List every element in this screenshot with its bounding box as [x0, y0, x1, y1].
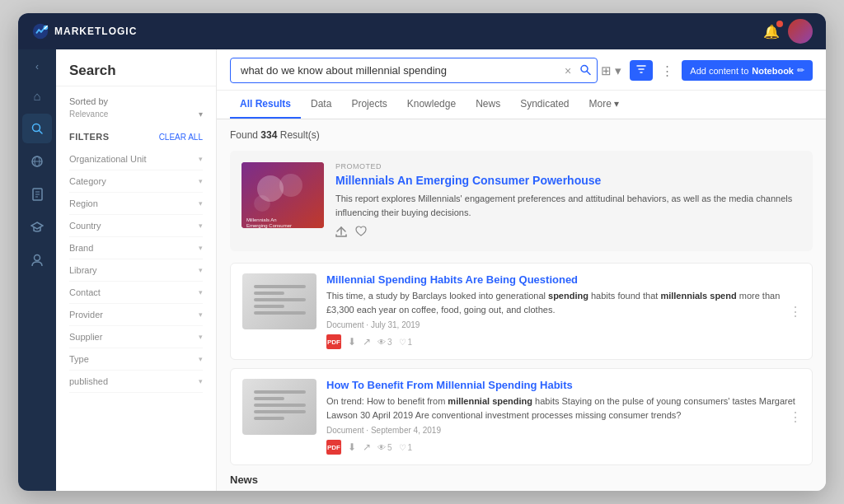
left-panel: Search Sorted by Relevance ▾ Filters CLE… — [56, 49, 217, 491]
search-input[interactable] — [230, 58, 598, 83]
view-toggle-button[interactable]: ⊞ ▾ — [598, 60, 625, 82]
add-notebook-button[interactable]: Add content to Notebook ✏ — [682, 60, 813, 81]
promoted-content: PROMOTED Millennials An Emerging Consume… — [335, 162, 801, 240]
result-footer-2: PDF ⬇ ↗ 👁5 ♡1 — [326, 440, 800, 455]
tab-syndicated[interactable]: Syndicated — [510, 91, 579, 119]
filter-org-unit: Organizational Unit ▾ — [69, 148, 203, 170]
result-meta-2: Document · September 4, 2019 — [326, 426, 800, 435]
news-section-label: News — [230, 474, 813, 486]
top-navigation: MARKETLOGIC 🔔 — [18, 13, 826, 49]
filter-library: Library ▾ — [69, 259, 203, 282]
sort-value: Relevance — [69, 110, 108, 119]
result-thumbnail-1 — [242, 273, 316, 329]
search-bar-wrap: × — [230, 58, 598, 83]
promoted-description: This report explores Millennials' engage… — [335, 192, 801, 219]
filter-country: Country ▾ — [69, 215, 203, 237]
share-button-1[interactable]: ↗ — [363, 336, 371, 348]
share-button-2[interactable]: ↗ — [363, 441, 371, 453]
promoted-title[interactable]: Millennials An Emerging Consumer Powerho… — [335, 174, 801, 187]
sidebar-item-home[interactable]: ⌂ — [22, 81, 52, 110]
logo-text: MARKETLOGIC — [54, 26, 137, 37]
share-button[interactable] — [335, 226, 347, 240]
chevron-down-icon: ▾ — [199, 199, 203, 208]
tab-projects[interactable]: Projects — [341, 91, 396, 119]
sidebar-item-docs[interactable] — [22, 180, 52, 209]
promoted-badge: PROMOTED — [335, 162, 801, 170]
result-content-2: How To Benefit From Millennial Spending … — [326, 379, 800, 455]
more-options-button-2[interactable]: ⋮ — [789, 409, 802, 425]
result-content-1: Millennial Spending Habits Are Being Que… — [326, 273, 800, 349]
chevron-down-icon: ▾ — [199, 155, 203, 163]
more-options-button[interactable]: ⋮ — [658, 60, 677, 82]
chevron-down-icon: ▾ — [199, 244, 203, 252]
filter-provider: Provider ▾ — [69, 304, 203, 326]
like-count-2: ♡1 — [399, 443, 413, 452]
results-count: Found 334 Result(s) — [230, 129, 813, 141]
chevron-down-icon: ▾ — [199, 288, 203, 296]
filter-button[interactable] — [630, 60, 653, 81]
more-options-button-1[interactable]: ⋮ — [789, 304, 802, 320]
pdf-icon-1: PDF — [326, 334, 341, 349]
svg-text:Emerging Consumer: Emerging Consumer — [246, 223, 292, 228]
chevron-down-icon: ▾ — [199, 355, 203, 363]
sidebar-icon-nav: ‹ ⌂ — [18, 49, 56, 491]
svg-point-17 — [279, 174, 302, 197]
result-card-2: How To Benefit From Millennial Spending … — [230, 368, 813, 465]
tab-news[interactable]: News — [466, 91, 510, 119]
chevron-down-icon: ▾ — [199, 177, 203, 185]
search-clear-button[interactable]: × — [565, 64, 571, 77]
search-input-container: × — [230, 58, 598, 83]
sidebar-item-search[interactable] — [22, 114, 52, 143]
result-description-1: This time, a study by Barclays looked in… — [326, 289, 800, 316]
search-submit-button[interactable] — [579, 63, 591, 77]
result-footer-1: PDF ⬇ ↗ 👁3 ♡1 — [326, 334, 800, 349]
result-title-1[interactable]: Millennial Spending Habits Are Being Que… — [326, 273, 800, 286]
sidebar-item-person[interactable] — [22, 245, 52, 275]
chevron-down-icon: ▾ — [199, 266, 203, 274]
pencil-icon: ✏ — [797, 65, 804, 76]
download-button-1[interactable]: ⬇ — [348, 336, 356, 348]
clear-all-button[interactable]: CLEAR ALL — [159, 133, 203, 142]
result-meta-1: Document · July 31, 2019 — [326, 320, 800, 329]
tab-all-results[interactable]: All Results — [230, 91, 301, 119]
filters-title: Filters — [69, 132, 110, 142]
notification-button[interactable]: 🔔 — [763, 24, 780, 40]
add-content-label: Add content to — [690, 66, 748, 76]
user-avatar[interactable] — [788, 19, 813, 44]
notebook-label: Notebook — [752, 66, 794, 76]
like-button[interactable] — [355, 226, 367, 240]
topnav-actions: 🔔 — [763, 19, 813, 44]
sidebar-item-globe[interactable] — [22, 147, 52, 176]
result-card-1: Millennial Spending Habits Are Being Que… — [230, 263, 813, 360]
filter-type: Type ▾ — [69, 348, 203, 371]
found-suffix: Result(s) — [277, 129, 319, 141]
sorted-by-label: Sorted by — [69, 96, 203, 106]
panel-title: Search — [56, 49, 216, 86]
tabs-bar: All Results Data Projects Knowledge News… — [217, 91, 826, 119]
pdf-icon-2: PDF — [326, 440, 341, 455]
result-title-2[interactable]: How To Benefit From Millennial Spending … — [326, 379, 800, 391]
notification-badge — [776, 21, 783, 27]
sidebar-item-grad[interactable] — [22, 212, 52, 242]
view-count-1: 👁3 — [377, 338, 392, 347]
promoted-thumbnail: Millennials An Emerging Consumer — [241, 162, 324, 228]
download-button-2[interactable]: ⬇ — [348, 441, 356, 453]
filter-supplier: Supplier ▾ — [69, 326, 203, 348]
svg-text:Millennials An: Millennials An — [246, 217, 277, 222]
promoted-actions — [335, 226, 801, 240]
chevron-down-icon: ▾ — [199, 333, 203, 341]
tab-data[interactable]: Data — [301, 91, 341, 119]
filter-region: Region ▾ — [69, 193, 203, 215]
main-content: × ⊞ ▾ — [217, 49, 826, 491]
found-prefix: Found — [230, 129, 260, 141]
svg-line-3 — [40, 131, 43, 134]
tab-knowledge[interactable]: Knowledge — [397, 91, 466, 119]
sort-select[interactable]: Relevance ▾ — [69, 110, 203, 119]
view-count-2: 👁5 — [377, 443, 392, 452]
sidebar-collapse-button[interactable]: ‹ — [30, 56, 44, 77]
results-body: Found 334 Result(s) — [217, 119, 826, 491]
filter-published: published ▾ — [69, 371, 203, 393]
tab-more[interactable]: More ▾ — [579, 91, 630, 119]
svg-point-12 — [35, 255, 40, 261]
result-description-2: On trend: How to benefit from millennial… — [326, 394, 800, 422]
